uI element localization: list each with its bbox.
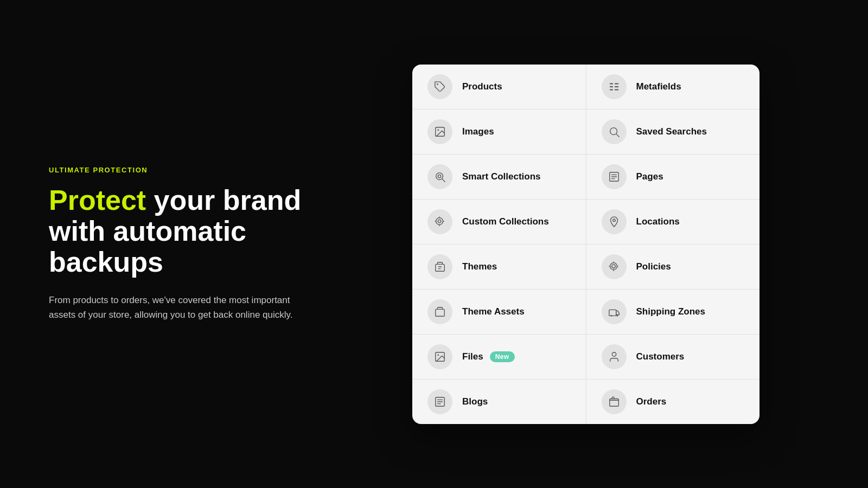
saved-searches-icon-circle [602, 119, 627, 144]
svg-point-20 [612, 219, 615, 221]
grid-row: Themes Policies [412, 245, 760, 290]
pages-label: Pages [636, 171, 663, 182]
headline-highlight: Protect [49, 184, 146, 216]
grid-row: Products Metafields [412, 65, 760, 110]
pages-icon [608, 171, 620, 183]
grid-cell-saved-searches[interactable]: Saved Searches [586, 110, 760, 154]
orders-label: Orders [636, 396, 667, 407]
grid-cell-smart-collections[interactable]: Smart Collections [412, 155, 586, 199]
grid-cell-locations[interactable]: Locations [586, 200, 760, 244]
svg-point-24 [610, 262, 617, 269]
grid-cell-orders[interactable]: Orders [586, 380, 760, 424]
right-panel: Products Metafields Images Save [412, 0, 760, 488]
svg-point-8 [437, 129, 439, 131]
shipping-zones-label: Shipping Zones [636, 306, 706, 317]
grid-cell-theme-assets[interactable]: Theme Assets [412, 290, 586, 334]
policies-icon-circle [602, 254, 627, 279]
grid-cell-customers[interactable]: Customers [586, 335, 760, 379]
grid-row: Theme Assets Shipping Zones [412, 290, 760, 335]
themes-icon-circle [427, 254, 452, 279]
custom-collection-icon [434, 216, 446, 228]
image-icon [434, 126, 446, 138]
grid-row: Blogs Orders [412, 380, 760, 424]
blogs-icon [434, 396, 446, 408]
policies-label: Policies [636, 261, 671, 272]
grid-cell-files[interactable]: Files New [412, 335, 586, 379]
metafields-icon-circle [602, 74, 627, 99]
smart-collections-label: Smart Collections [462, 171, 541, 182]
customers-icon-circle [602, 344, 627, 369]
svg-point-18 [436, 217, 443, 224]
files-icon-circle [427, 344, 452, 369]
svg-point-19 [438, 220, 441, 223]
products-label: Products [462, 81, 502, 92]
saved-searches-label: Saved Searches [636, 126, 707, 137]
grid-cell-policies[interactable]: Policies [586, 245, 760, 289]
smart-collection-icon [434, 171, 446, 183]
custom-collections-icon-circle [427, 209, 452, 234]
metafields-label: Metafields [636, 81, 681, 92]
svg-rect-26 [436, 309, 445, 316]
orders-icon-circle [602, 389, 627, 414]
locations-label: Locations [636, 216, 680, 227]
svg-point-12 [438, 175, 441, 178]
customer-icon [608, 351, 620, 363]
themes-label: Themes [462, 261, 497, 272]
svg-point-11 [436, 172, 443, 179]
tag-icon [434, 81, 446, 93]
tagline: ULTIMATE PROTECTION [49, 166, 363, 174]
pages-icon-circle [602, 164, 627, 189]
theme-assets-icon [434, 306, 446, 318]
svg-point-9 [610, 127, 617, 134]
files-label: Files [462, 351, 483, 362]
svg-rect-4 [614, 83, 618, 84]
theme-assets-icon-circle [427, 299, 452, 324]
grid-row: Smart Collections Pages [412, 155, 760, 200]
svg-point-28 [610, 314, 612, 316]
left-panel: ULTIMATE PROTECTION Protect your brandwi… [0, 0, 412, 488]
grid-cell-shipping-zones[interactable]: Shipping Zones [586, 290, 760, 334]
images-label: Images [462, 126, 494, 137]
grid-cell-images[interactable]: Images [412, 110, 586, 154]
grid-cell-custom-collections[interactable]: Custom Collections [412, 200, 586, 244]
customers-label: Customers [636, 351, 685, 362]
svg-line-10 [616, 134, 619, 137]
svg-rect-6 [614, 89, 618, 90]
headline: Protect your brandwith automatic backups [49, 185, 363, 278]
smart-collections-icon-circle [427, 164, 452, 189]
grid-cell-pages[interactable]: Pages [586, 155, 760, 199]
blogs-icon-circle [427, 389, 452, 414]
images-icon-circle [427, 119, 452, 144]
blogs-label: Blogs [462, 396, 488, 407]
orders-icon [608, 396, 620, 408]
svg-line-13 [442, 179, 445, 182]
grid-cell-products[interactable]: Products [412, 65, 586, 109]
svg-rect-27 [609, 310, 616, 316]
custom-collections-label: Custom Collections [462, 216, 549, 227]
grid-cell-themes[interactable]: Themes [412, 245, 586, 289]
svg-point-25 [611, 264, 615, 267]
grid-row: Images Saved Searches [412, 110, 760, 155]
svg-point-31 [437, 354, 439, 356]
list-details-icon [608, 81, 620, 93]
description: From products to orders, we've covered t… [49, 293, 309, 322]
files-icon [434, 351, 446, 363]
shipping-icon [608, 306, 620, 318]
svg-rect-3 [609, 89, 612, 90]
grid-cell-blogs[interactable]: Blogs [412, 380, 586, 424]
themes-icon [434, 261, 446, 273]
new-badge: New [490, 351, 515, 362]
location-icon [608, 216, 620, 228]
svg-point-32 [612, 352, 616, 356]
svg-rect-1 [609, 83, 612, 84]
policies-icon [608, 261, 620, 273]
grid-cell-metafields[interactable]: Metafields [586, 65, 760, 109]
svg-point-0 [437, 84, 438, 85]
svg-rect-21 [436, 264, 445, 271]
search-icon [608, 126, 620, 138]
svg-rect-2 [609, 86, 612, 87]
feature-grid: Products Metafields Images Save [412, 65, 760, 424]
svg-point-29 [616, 314, 618, 316]
locations-icon-circle [602, 209, 627, 234]
grid-row: Files New Customers [412, 335, 760, 380]
